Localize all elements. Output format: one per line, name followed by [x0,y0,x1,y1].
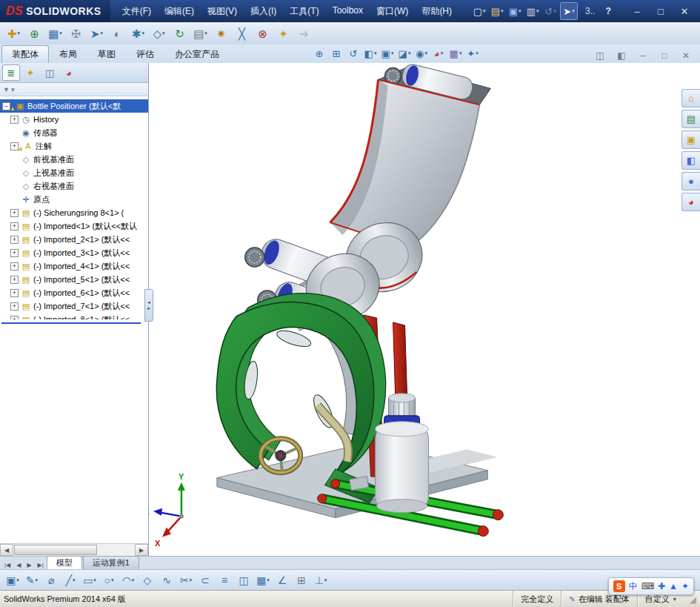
panel-tab-appearances[interactable]: ◕ [60,64,78,81]
taskpane-button-view-palette[interactable]: ◧ [681,151,700,170]
graphics-area[interactable]: Y X Z ⌂ ▤ ▣ [149,63,700,556]
taskpane-button-file-explorer[interactable]: ▣ [681,130,700,149]
expand-toggle[interactable]: + [10,209,19,217]
qat-button-new[interactable]: ▢ [471,3,487,19]
docwin-button-doc-close[interactable]: ✕ [678,47,694,64]
sketch-button-convert-entities[interactable]: ⊂ [196,571,214,589]
tree-item-annotations[interactable]: + ▲ A 注解 [0,139,148,153]
filter-funnel-icon[interactable]: ▼ [3,86,10,93]
panel-tab-configurationmanager[interactable]: ◫ [41,64,59,81]
tree-item-component-imported-3[interactable]: + ▲ ▤ (-) Imported_3<1> (默认<< [0,246,148,259]
window-button-maximize[interactable]: □ [653,3,669,19]
headsup-button-zoom-to-fit[interactable]: ⊕ [311,46,327,61]
qat-button-undo[interactable]: ↺ [542,3,559,19]
toolbar-button-insert-components[interactable]: ✚ [4,24,23,43]
window-button-minimize[interactable]: – [629,3,645,19]
expand-toggle[interactable]: + [10,116,19,124]
ime-button-settings[interactable]: ✦ [681,581,689,591]
sketch-button-arc[interactable]: ◠ [119,571,137,589]
taskpane-button-custom-properties[interactable]: ◕ [681,193,700,211]
expand-toggle[interactable]: + [10,249,19,257]
toolbar-button-move-component[interactable]: ➤ [87,24,106,43]
document-tab[interactable]: 运动算例1 [83,556,139,570]
toolbar-button-external-references[interactable]: ➔ [295,24,313,43]
tree-item-component-imported-1[interactable]: + ▲ ▤ (-) Imported<1> (默认<<默认 [0,219,148,233]
sketch-button-spline[interactable]: ∿ [158,571,176,589]
docwin-button-viewport-pane-1[interactable]: ◫ [592,47,608,64]
tree-item-component-sicherungsring-8[interactable]: + ▲ ▤ (-) Sicherungsring 8<1> ( [0,206,148,219]
tree-item-component-imported-7[interactable]: + ▲ ▤ (-) Imported_7<1> (默认<< [0,299,148,313]
headsup-button-hide-show-items[interactable]: ◉ [413,46,430,61]
ime-button-toolbox[interactable]: ✚ [658,581,665,591]
taskpane-button-appearances-scenes[interactable]: ● [681,172,700,190]
headsup-button-display-style[interactable]: ◪ [396,46,413,61]
sketch-button-trim-entities[interactable]: ✂ [177,571,195,589]
menu-item[interactable]: 文件(F) [116,3,157,20]
tree-item-front-plane[interactable]: ▲ ◇ 前视基准面 [0,153,148,166]
scroll-left-button[interactable]: ◀ [0,544,13,556]
qat-button-print[interactable]: ▥ [524,3,541,19]
tree-item-component-imported-4[interactable]: + ▲ ▤ (-) Imported_4<1> (默认<< [0,259,148,273]
expand-toggle[interactable]: + [10,222,19,230]
sketch-button-smart-dimension[interactable]: ⌀ [42,571,60,589]
toolbar-button-exploded-view[interactable]: ✷ [212,24,230,43]
headsup-button-section-view[interactable]: ◧ [362,46,379,61]
sketch-button-linear-sketch-pattern[interactable]: ▦ [254,571,272,589]
tree-item-assembly-root[interactable]: − ▲ ▣ Bottle Positioner (默认<默 [0,99,148,113]
search-box[interactable]: 3.. [585,6,595,16]
panel-tab-featuremanager[interactable]: ≣ [2,64,20,81]
toolbar-button-linear-component-pattern[interactable]: ▦ [46,24,64,43]
scroll-right-button[interactable]: ▶ [135,544,148,556]
qat-button-save[interactable]: ▣ [507,3,523,19]
menu-item[interactable]: 视图(V) [201,3,243,20]
menu-item[interactable]: 帮助(H) [416,3,458,20]
toolbar-button-interference-detection[interactable]: ⊗ [253,24,272,43]
headsup-button-view-settings[interactable]: ✦ [464,46,481,61]
panel-tab-propertymanager[interactable]: ✦ [21,64,39,81]
graphics-viewport[interactable]: Y X Z [149,63,700,556]
tree-item-component-imported-5[interactable]: + ▲ ▤ (-) Imported_5<1> (默认<< [0,273,148,286]
tree-item-origin[interactable]: ▲ ✛ 原点 [0,193,148,206]
toolbar-button-explode-line-sketch[interactable]: ╳ [233,24,251,43]
toolbar-button-bill-of-materials[interactable]: ▤ [191,24,210,43]
window-button-close[interactable]: ✕ [676,3,693,19]
menu-item[interactable]: 插入(I) [244,3,282,20]
taskpane-button-solidworks-resources[interactable]: ⌂ [681,89,700,107]
docwin-button-doc-restore[interactable]: □ [656,47,673,64]
menu-item[interactable]: Toolbox [327,3,369,20]
menu-item[interactable]: 窗口(W) [370,3,414,20]
headsup-button-apply-scene[interactable]: ▦ [447,46,464,61]
menu-item[interactable]: 编辑(E) [159,3,200,20]
scrollbar-thumb[interactable] [14,545,97,555]
expand-toggle[interactable]: + [10,236,19,244]
resize-grip[interactable]: ◢ [690,594,696,605]
sketch-button-sketch[interactable]: ✎ [23,571,41,589]
sketch-button-offset-entities[interactable]: ≡ [216,571,233,589]
sketch-button-mirror-entities[interactable]: ◫ [235,571,253,589]
tree-item-component-imported-2[interactable]: + ▲ ▤ (-) Imported_2<1> (默认<< [0,233,148,246]
toolbar-button-smart-fasteners[interactable]: ✠ [67,24,85,43]
sketch-button-polygon[interactable]: ◇ [139,571,156,589]
ime-button-keyboard[interactable]: ⌨ [641,581,654,591]
filter-dropdown-icon[interactable]: ▾ [11,86,15,93]
command-tab[interactable]: 装配体 [1,45,49,63]
ime-button-sogou-logo[interactable]: S [613,580,625,592]
tree-item-sensors[interactable]: ▲ ◉ 传感器 [0,126,148,139]
docwin-button-viewport-pane-2[interactable]: ◧ [613,47,630,64]
tree-item-component-imported-6[interactable]: + ▲ ▤ (-) Imported_6<1> (默认<< [0,286,148,299]
tree-item-component-imported-8[interactable]: + ▲ ▤ (-) Imported_8<1> (默认<< [0,313,148,319]
toolbar-button-assembly-features[interactable]: ✱ [129,24,147,43]
sketch-button-save[interactable]: ▣ [4,571,21,589]
tree-item-top-plane[interactable]: ▲ ◇ 上视基准面 [0,166,148,179]
sketch-button-rectangle[interactable]: ▭ [81,571,99,589]
toolbar-button-mate[interactable]: ⊕ [25,24,44,43]
sketch-button-circle[interactable]: ○ [100,571,118,589]
document-tab[interactable]: 模型 [47,556,82,570]
command-tab[interactable]: 布局 [49,45,87,63]
headsup-button-view-orientation[interactable]: ▣ [379,46,396,61]
toolbar-button-instant3d[interactable]: ✦ [274,24,293,43]
panel-splitter[interactable]: ◂▸ [144,289,153,322]
headsup-button-previous-view[interactable]: ↺ [345,46,361,61]
expand-toggle[interactable]: + [10,276,19,284]
ime-button-lang-mode[interactable]: 中 [629,580,638,593]
